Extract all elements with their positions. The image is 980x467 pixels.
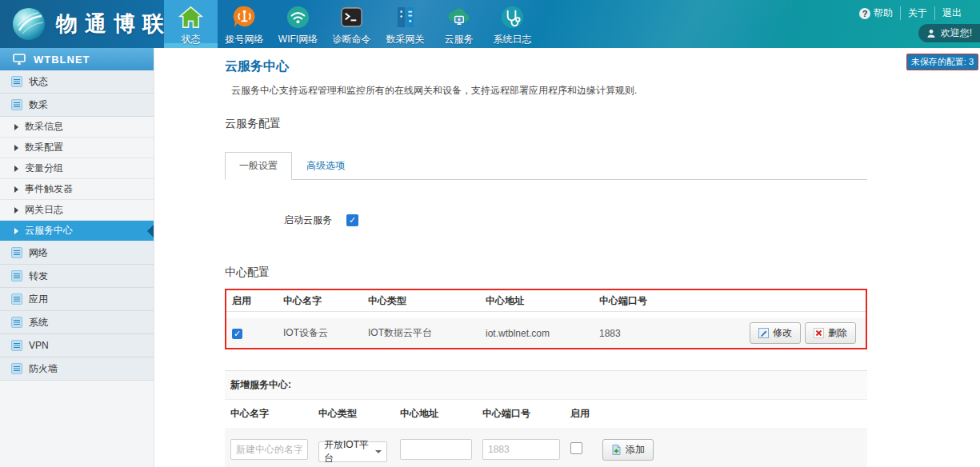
enable-cloud-checkbox[interactable]	[346, 214, 358, 226]
wifi-icon	[285, 4, 311, 30]
add-button[interactable]: 添加	[602, 439, 654, 461]
help-link[interactable]: ? 帮助	[852, 6, 901, 20]
unsaved-config-badge[interactable]: 未保存的配置: 3	[906, 54, 978, 70]
monitor-icon	[13, 54, 26, 65]
sidebar-item-status[interactable]: 状态	[0, 70, 154, 94]
cloud-config-section-label: 云服务配置	[225, 117, 867, 131]
add-form-inputs: 开放IOT平台 添加	[225, 428, 867, 467]
list-icon	[11, 317, 22, 328]
center-port-cell: 1883	[599, 328, 750, 339]
list-icon	[11, 247, 22, 258]
add-block-title: 新增服务中心:	[225, 371, 867, 400]
edit-pencil-icon	[758, 328, 769, 338]
center-name-cell: IOT设备云	[283, 326, 368, 340]
center-type-cell: IOT数据云平台	[368, 326, 486, 340]
list-icon	[11, 99, 22, 110]
arrow-right-icon	[14, 166, 18, 172]
new-center-enable-checkbox[interactable]	[570, 442, 582, 454]
nav-item-wifi-network[interactable]: WIFI网络	[271, 0, 325, 48]
user-icon	[926, 29, 936, 38]
sidebar-header: WTBLNET	[0, 48, 154, 70]
top-right-links: ? 帮助 关于 退出	[852, 6, 969, 20]
arrow-right-icon	[14, 186, 18, 193]
system-log-icon	[499, 4, 526, 30]
enable-cloud-row: 启动云服务	[284, 214, 867, 227]
new-center-port-input[interactable]	[482, 439, 560, 460]
sidebar: WTBLNET 状态 数采 数采信息 数采配置 变量分组 事件触发器 网关日志 …	[0, 48, 154, 467]
arrow-right-icon	[14, 228, 18, 234]
new-center-name-input[interactable]	[230, 439, 308, 460]
delete-x-icon	[814, 328, 824, 338]
nav-item-data-gateway[interactable]: 数采网关	[378, 0, 432, 48]
welcome-badge: 欢迎您!	[918, 24, 980, 42]
new-center-address-input[interactable]	[400, 439, 472, 460]
center-config-table: 启用 中心名字 中心类型 中心地址 中心端口号 IOT设备云 IOT数据云平台 …	[225, 289, 867, 349]
list-icon	[11, 340, 22, 351]
device-name: WTBLNET	[34, 54, 90, 66]
sidebar-item-cloud-service-center[interactable]: 云服务中心	[0, 221, 154, 241]
center-address-cell: iot.wtblnet.com	[486, 328, 599, 339]
nav-item-diagnostic-command[interactable]: 诊断命令	[325, 0, 378, 48]
tab-general-settings[interactable]: 一般设置	[225, 152, 292, 180]
sidebar-item-event-trigger[interactable]: 事件触发器	[0, 179, 154, 200]
arrow-right-icon	[14, 124, 18, 130]
table-spacer	[226, 312, 866, 318]
enable-cloud-label: 启动云服务	[284, 214, 332, 227]
settings-tabs: 一般设置 高级选项	[225, 155, 867, 180]
add-form-labels: 中心名字 中心类型 中心地址 中心端口号 启用	[225, 400, 867, 428]
question-icon: ?	[859, 8, 870, 19]
arrow-right-icon	[14, 145, 18, 151]
brand-logo: 物通博联	[11, 6, 171, 42]
page-title: 云服务中心	[225, 58, 867, 75]
about-link[interactable]: 关于	[901, 6, 935, 20]
nav-item-system-log[interactable]: 系统日志	[486, 0, 539, 48]
sidebar-item-firewall[interactable]: 防火墙	[0, 357, 154, 381]
gateway-servers-icon	[392, 4, 418, 30]
page-description: 云服务中心支持远程管理和监控所有的在线网关和设备，支持远程部署应用程序和边缘计算…	[231, 84, 867, 98]
cloud-service-icon	[446, 4, 472, 30]
row-enabled-checkbox[interactable]	[232, 329, 242, 339]
sidebar-item-forwarding[interactable]: 转发	[0, 265, 154, 288]
logout-link[interactable]: 退出	[935, 6, 969, 20]
sidebar-item-network[interactable]: 网络	[0, 241, 154, 265]
list-icon	[11, 293, 22, 305]
add-page-icon	[611, 445, 622, 455]
table-header-row: 启用 中心名字 中心类型 中心地址 中心端口号	[226, 290, 866, 312]
sidebar-item-data-acquisition[interactable]: 数采	[0, 94, 154, 117]
delete-button[interactable]: 删除	[805, 322, 856, 344]
sidebar-item-gateway-log[interactable]: 网关日志	[0, 200, 154, 221]
tab-advanced-options[interactable]: 高级选项	[292, 152, 359, 180]
center-config-section-label: 中心配置	[225, 265, 867, 280]
sidebar-item-application[interactable]: 应用	[0, 288, 154, 311]
sidebar-item-variable-group[interactable]: 变量分组	[0, 158, 154, 179]
main-panel: 未保存的配置: 3 云服务中心 云服务中心支持远程管理和监控所有的在线网关和设备…	[155, 48, 980, 467]
top-nav: 状态 拨号网络 WIFI网络 诊断命令 数采网关	[164, 0, 539, 48]
home-icon	[178, 4, 204, 30]
sidebar-item-data-config[interactable]: 数采配置	[0, 138, 154, 158]
brand-name: 物通博联	[56, 10, 171, 38]
arrow-right-icon	[14, 207, 18, 214]
logo-sphere-icon	[11, 6, 46, 42]
center-type-select[interactable]: 开放IOT平台	[318, 441, 387, 462]
nav-item-dial-network[interactable]: 拨号网络	[218, 0, 271, 48]
terminal-icon	[338, 4, 365, 30]
edit-button[interactable]: 修改	[750, 322, 801, 344]
chevron-down-icon	[375, 450, 382, 453]
sidebar-item-system[interactable]: 系统	[0, 311, 154, 334]
nav-item-cloud-service[interactable]: 云服务	[432, 0, 486, 48]
dial-network-icon	[231, 4, 258, 30]
top-header-bar: 物通博联 状态 拨号网络 WIFI网络 诊断命令	[0, 0, 980, 48]
list-icon	[11, 76, 22, 87]
list-icon	[11, 363, 22, 374]
sidebar-item-data-info[interactable]: 数采信息	[0, 117, 154, 138]
nav-item-status[interactable]: 状态	[164, 0, 218, 48]
table-row: IOT设备云 IOT数据云平台 iot.wtblnet.com 1883 修改 …	[226, 318, 866, 348]
sidebar-item-vpn[interactable]: VPN	[0, 334, 154, 357]
list-icon	[11, 270, 22, 281]
add-service-center-block: 新增服务中心: 中心名字 中心类型 中心地址 中心端口号 启用 开放IOT平台	[225, 370, 867, 467]
